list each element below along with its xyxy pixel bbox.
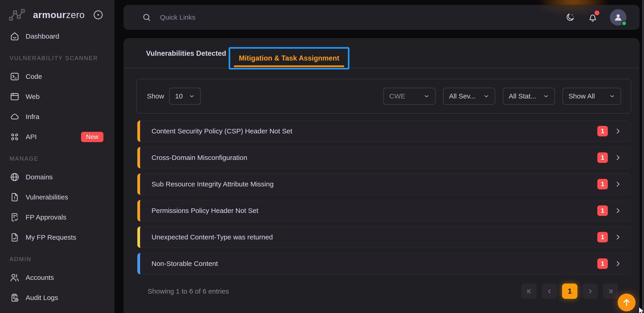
severity-filter-dropdown[interactable]: All Sev... (443, 88, 495, 105)
brand-pulse-icon (9, 8, 28, 21)
sidebar-item-dashboard[interactable]: Dashboard (0, 31, 114, 42)
browser-icon (10, 92, 20, 102)
chevron-right-icon[interactable] (614, 206, 622, 215)
sidebar-item-web[interactable]: Web (0, 91, 114, 102)
api-icon (10, 132, 20, 142)
brand-logo: armourzero (0, 0, 114, 22)
arrow-up-icon (622, 298, 632, 308)
new-badge: New (81, 132, 104, 142)
chevron-down-icon (543, 93, 549, 99)
previous-page-button[interactable] (542, 284, 557, 299)
tab-vulnerabilities-detected[interactable]: Vulnerabilities Detected (146, 38, 226, 68)
brand-name-light: zero (66, 9, 85, 20)
count-badge: 1 (597, 126, 608, 136)
filter-bar: Show 10 CWE All Sev... All Stat... Show … (136, 79, 631, 114)
vulnerability-row[interactable]: Non-Storable Content 1 (137, 253, 631, 274)
sidebar-item-label: Code (26, 73, 42, 80)
sidebar: armourzero Dashboard VULNERABILITY SCANN… (0, 0, 114, 313)
notifications-button[interactable] (588, 12, 598, 23)
count-badge: 1 (597, 205, 608, 216)
next-page-button[interactable] (582, 284, 598, 299)
chevron-down-icon (609, 93, 615, 99)
show-all-filter-dropdown[interactable]: Show All (562, 88, 621, 105)
vulnerability-title: Content Security Policy (CSP) Header Not… (152, 127, 292, 135)
tab-mitigation-task-assignment[interactable]: Mitigation & Task Assignment (239, 54, 339, 62)
chevron-right-icon[interactable] (614, 233, 622, 241)
vulnerability-row[interactable]: Unexpected Content-Type was returned 1 (137, 226, 631, 248)
chevron-right-icon[interactable] (614, 180, 622, 188)
sidebar-item-label: Accounts (26, 274, 54, 282)
scroll-to-top-button[interactable] (618, 294, 636, 312)
chevron-down-icon (424, 93, 430, 99)
moon-icon (565, 12, 576, 23)
person-icon (613, 12, 624, 23)
last-page-button[interactable] (603, 284, 618, 299)
show-all-filter-value: Show All (568, 92, 595, 100)
sidebar-item-domains[interactable]: Domains (0, 171, 114, 183)
vulnerability-row[interactable]: Permissions Policy Header Not Set 1 (137, 200, 631, 221)
chevron-left-icon (546, 288, 553, 295)
sidebar-item-label: Dashboard (26, 32, 59, 40)
count-badge: 1 (597, 179, 608, 189)
topbar-actions (565, 9, 626, 26)
vulnerability-row[interactable]: Content Security Policy (CSP) Header Not… (137, 120, 631, 142)
dark-mode-toggle[interactable] (565, 12, 576, 23)
topbar (124, 5, 640, 30)
chevron-right-icon[interactable] (614, 260, 622, 268)
scrollbar[interactable] (642, 0, 644, 313)
count-badge: 1 (597, 153, 608, 163)
sidebar-item-my-fp-requests[interactable]: My FP Requests (0, 232, 114, 243)
sidebar-item-vulnerabilities[interactable]: Vulnerabilities (0, 191, 114, 203)
sidebar-item-api[interactable]: API New (0, 131, 114, 143)
collapse-sidebar-icon[interactable] (92, 9, 104, 20)
sidebar-item-accounts[interactable]: Accounts (0, 272, 114, 283)
notification-badge-dot (594, 10, 599, 15)
section-label-manage: MANAGE (0, 155, 114, 162)
vulnerability-list: Content Security Policy (CSP) Header Not… (137, 120, 631, 274)
filter-dropdowns: CWE All Sev... All Stat... Show All (383, 88, 621, 105)
clipboard-clock-icon (10, 293, 20, 303)
chevron-right-icon[interactable] (614, 127, 622, 135)
sidebar-item-fp-approvals[interactable]: FP Approvals (0, 212, 114, 223)
sidebar-item-label: Audit Logs (26, 294, 58, 302)
scrollbar-thumb[interactable] (642, 0, 644, 313)
cwe-filter-dropdown[interactable]: CWE (383, 88, 436, 105)
sidebar-item-code[interactable]: Code (0, 71, 114, 82)
chevron-down-icon (189, 93, 195, 99)
annotation-highlight-box: Mitigation & Task Assignment (229, 47, 350, 69)
sidebar-item-infra[interactable]: Infra (0, 111, 114, 123)
count-badge: 1 (597, 232, 608, 242)
vulnerability-row[interactable]: Cross-Domain Misconfiguration 1 (137, 147, 631, 168)
online-status-dot (621, 20, 627, 26)
vulnerability-row[interactable]: Sub Resource Integrity Attribute Missing… (137, 173, 631, 195)
main-panel: Vulnerabilities Detected Mitigation & Ta… (124, 38, 640, 313)
sidebar-item-audit-logs[interactable]: Audit Logs (0, 292, 114, 304)
sidebar-item-label: Domains (26, 173, 53, 181)
sidebar-nav: Dashboard VULNERABILITY SCANNER Code Web… (0, 22, 114, 304)
page-size-dropdown[interactable]: 10 (169, 88, 201, 105)
first-page-button[interactable] (521, 284, 537, 299)
pagination: 1 (521, 284, 618, 299)
file-check-icon (10, 232, 20, 242)
count-badge: 1 (597, 258, 608, 269)
chevron-first-icon (526, 288, 532, 295)
chevron-right-icon (587, 288, 594, 295)
user-avatar[interactable] (610, 9, 626, 26)
cloud-icon (10, 112, 20, 122)
search-input[interactable] (160, 13, 565, 21)
tab-bar: Vulnerabilities Detected Mitigation & Ta… (124, 38, 639, 68)
page-1-button[interactable]: 1 (562, 284, 578, 299)
chevron-last-icon (607, 288, 614, 295)
globe-icon (10, 172, 20, 182)
vulnerability-title: Unexpected Content-Type was returned (152, 233, 273, 241)
page-size-value: 10 (175, 92, 183, 100)
home-icon (10, 31, 20, 41)
chevron-right-icon[interactable] (614, 154, 622, 162)
search-icon (142, 12, 152, 22)
section-label-vulnerability-scanner: VULNERABILITY SCANNER (0, 55, 114, 61)
sidebar-item-label: API (26, 133, 36, 141)
status-filter-dropdown[interactable]: All Stat... (503, 88, 555, 105)
status-filter-value: All Stat... (509, 92, 536, 100)
vulnerability-title: Sub Resource Integrity Attribute Missing (152, 180, 274, 188)
sidebar-item-label: FP Approvals (26, 213, 66, 221)
